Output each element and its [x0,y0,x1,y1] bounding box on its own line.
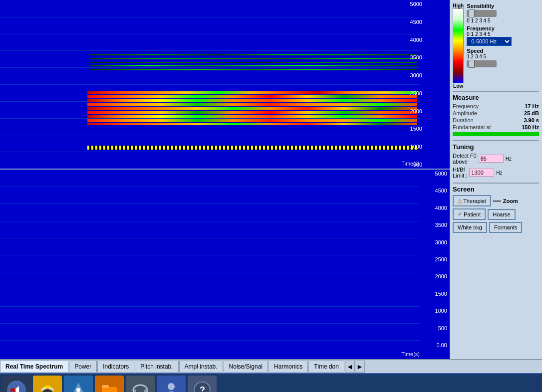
patient-button[interactable]: ✓ Patient [453,208,486,220]
tab-noise-signal[interactable]: Noise/Signal [224,361,268,373]
taskbar-help-icon[interactable]: ? [188,376,217,392]
duration-measure-row: Duration 3.90 s [453,117,539,123]
fundamental-measure-value: 150 Hz [522,124,539,130]
bottom-grid [0,170,420,359]
speed-label: Speed [467,48,539,54]
duration-measure-value: 3.90 s [524,117,539,123]
amplitude-measure-value: 25 dB [524,110,539,116]
detect-f0-label: Detect F0above [453,153,477,165]
svg-rect-14 [144,390,147,392]
frequency-measure-row: Frequency 17 Hz [453,103,539,109]
color-scale-bar [453,8,464,83]
hf-bf-input[interactable] [469,169,494,177]
tab-scroll-right[interactable]: ► [355,361,365,373]
formants-label: Formants [494,224,517,230]
white-bkg-label: White bkg [458,224,482,230]
right-panel: High Low Sensibility 0 1 2 3 4 5 Frequen… [450,0,542,359]
speed-slider[interactable] [469,60,475,68]
speed-numbers: 1 2 3 4 5 [467,54,539,59]
sensibility-slider[interactable] [469,9,475,17]
formants-button[interactable]: Formants [489,222,522,233]
zoom-dash: — [493,196,501,205]
bottom-time-label: Time(s) [401,351,420,357]
frequency-measure-value: 17 Hz [525,103,539,109]
tab-harmonics[interactable]: Harmonics [269,361,308,373]
speed-section: Speed 1 2 3 4 5 [467,48,539,67]
taskbar-bee-icon[interactable] [33,376,62,392]
screen-section: Screen △ Therapist — Zoom ✓ Patient Hoar… [453,183,539,233]
svg-point-9 [76,388,80,392]
hf-hz-label: Hz [496,170,502,176]
svg-rect-2 [10,389,15,392]
svg-point-15 [168,383,175,390]
taskbar-back-icon[interactable] [2,376,31,392]
spectrogram-area: 5000 4500 4000 3500 3000 2500 2000 1500 … [0,0,450,359]
frequency-label: Frequency [467,25,539,31]
fundamental-measure-row: Fundamental at 150 Hz [453,124,539,130]
therapist-label: Therapist [463,198,486,204]
svg-rect-11 [102,385,109,388]
hf-bf-row: Hf/BfLimit : Hz [453,167,539,179]
top-freq-labels: 5000 4500 4000 3500 3000 2500 2000 1500 … [410,0,422,169]
taskbar: ? [0,373,542,392]
zoom-label: Zoom [503,198,518,204]
svg-text:?: ? [200,385,205,392]
taskbar-folder-icon[interactable] [95,376,124,392]
taskbar-nav-icon[interactable] [64,376,93,392]
bottom-spectrogram: 5000 4500 4000 3500 3000 2500 2000 1500 … [0,170,450,359]
taskbar-headset-icon[interactable] [126,376,155,392]
detect-hz-label: Hz [506,156,512,162]
hf-bf-label: Hf/BfLimit : [453,167,467,179]
detect-f0-input[interactable] [479,155,504,163]
white-bkg-button[interactable]: White bkg [453,222,487,233]
tab-scroll-left[interactable]: ◄ [345,361,355,373]
triangle-icon: △ [458,197,462,204]
amplitude-measure-row: Amplitude 25 dB [453,110,539,116]
tab-real-time-spectrum[interactable]: Real Time Spectrum [0,361,68,373]
low-label: Low [453,83,463,89]
hoarse-button[interactable]: Hoarse [488,209,515,220]
sensibility-section: Sensibility 0 1 2 3 4 5 [467,3,539,23]
detect-f0-row: Detect F0above Hz [453,153,539,165]
measure-title: Measure [453,94,539,101]
frequency-dropdown[interactable]: 0-5000 Hz 0-2000 Hz 0-8000 Hz [467,37,512,46]
high-label: High [453,3,464,8]
duration-measure-label: Duration [453,117,474,123]
top-time-label: Time(s) [401,161,420,167]
sensibility-numbers: 0 1 2 3 4 5 [467,18,539,23]
tuning-section: Tuning Detect F0above Hz Hf/BfLimit : Hz [453,140,539,181]
fundamental-bar [453,132,539,136]
taskbar-person-icon[interactable] [157,376,186,392]
frequency-numbers: 0 1 2 3 4 5 [467,31,539,37]
screen-title: Screen [453,186,539,193]
top-grid [0,0,420,169]
amplitude-measure-label: Amplitude [453,110,477,116]
hoarse-label: Hoarse [493,211,510,217]
tab-time-don[interactable]: Time don [308,361,344,373]
checkmark-icon: ✓ [458,211,462,217]
tab-pitch-instab[interactable]: Pitch instab. [135,361,178,373]
measure-section: Measure Frequency 17 Hz Amplitude 25 dB … [453,91,539,138]
fundamental-measure-label: Fundamental at [453,124,491,130]
tab-indicators[interactable]: Indicators [97,361,134,373]
tab-power[interactable]: Power [69,361,97,373]
frequency-measure-label: Frequency [453,103,479,109]
frequency-section: Frequency 0 1 2 3 4 5 0-5000 Hz 0-2000 H… [467,25,539,46]
tab-ampl-instab[interactable]: Ampl instab. [179,361,223,373]
sensibility-label: Sensibility [467,3,539,9]
therapist-button[interactable]: △ Therapist [453,195,491,206]
patient-label: Patient [464,211,481,217]
top-spectrogram: 5000 4500 4000 3500 3000 2500 2000 1500 … [0,0,450,170]
svg-rect-13 [134,390,136,392]
tuning-title: Tuning [453,143,539,151]
tab-bar: Real Time Spectrum Power Indicators Pitc… [0,359,542,373]
